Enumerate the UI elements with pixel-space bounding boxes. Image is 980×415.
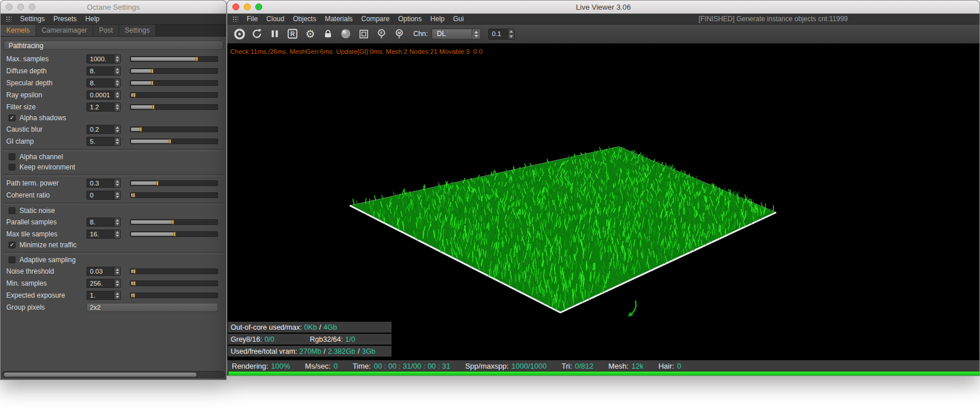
slider-path-term-power[interactable] [130,180,218,186]
viewer-titlebar[interactable]: Live Viewer 3.06 [227,1,979,14]
slider-gi-clamp[interactable] [130,139,218,144]
minimize-button[interactable] [244,3,251,10]
render-viewport[interactable]: Check:11ms./26ms. MeshGen:6ms. Update[GI… [227,44,980,360]
render-region-frame-button[interactable] [357,27,370,41]
value-field-specular-depth[interactable]: 8. [86,78,121,88]
region-render-button[interactable]: R [286,27,299,41]
value-field-group-pixels[interactable]: 2x2 [86,303,218,312]
value-stepper[interactable] [114,137,120,145]
menu-item-options[interactable]: Options [398,15,421,23]
material-ball-button[interactable] [339,27,353,41]
pick-material-button[interactable]: M [392,27,406,41]
value-field-caustic-blur[interactable]: 0.2 [86,125,121,134]
slider-knob[interactable] [172,220,174,224]
tab-cameraimager[interactable]: Cameraimager [36,25,93,36]
value-stepper[interactable] [114,67,120,75]
menu-item-materials[interactable]: Materials [325,15,353,23]
tab-post[interactable]: Post [93,25,119,36]
value-stepper[interactable] [114,267,120,275]
slider-knob[interactable] [156,181,159,185]
slider-knob[interactable] [173,232,176,236]
checkbox-keep-environment[interactable] [9,164,15,171]
value-stepper[interactable] [114,218,120,226]
slider-diffuse-depth[interactable] [130,68,218,74]
slider-knob[interactable] [133,193,135,197]
slider-ray-epsilon[interactable] [130,92,218,98]
value-field-min-samples[interactable]: 256. [86,279,121,288]
value-field-max-tile-samples[interactable]: 16. [86,230,121,239]
slider-specular-depth[interactable] [130,80,218,86]
scale-stepper[interactable] [508,29,514,39]
menu-item-compare[interactable]: Compare [361,15,389,23]
value-field-filter-size[interactable]: 1.2 [86,102,121,112]
restart-render-button[interactable] [232,27,246,41]
pick-focus-button[interactable]: F [374,27,388,41]
channel-select[interactable]: DL [432,29,481,39]
scrollbar-thumb[interactable] [4,373,196,377]
value-field-max-samples[interactable]: 1000. [86,54,121,64]
menu-item-objects[interactable]: Objects [293,15,317,23]
zoom-button[interactable] [255,3,262,10]
value-field-gi-clamp[interactable]: 5. [86,137,121,146]
slider-knob[interactable] [152,105,155,109]
slider-knob[interactable] [133,269,136,274]
pause-render-button[interactable] [268,27,282,41]
value-field-noise-threshold[interactable]: 0.03 [86,267,121,276]
slider-min-samples[interactable] [130,280,218,286]
slider-caustic-blur[interactable] [130,127,218,132]
value-field-expected-exposure[interactable]: 1. [86,291,121,300]
value-stepper[interactable] [114,230,120,238]
checkbox-minimize-net-traffic[interactable]: ✓ [9,242,15,248]
value-stepper[interactable] [114,55,120,63]
lock-resolution-button[interactable] [321,27,335,41]
slider-knob[interactable] [151,81,153,85]
value-stepper[interactable] [114,291,120,299]
value-field-path-term-power[interactable]: 0.3 [86,179,121,188]
checkbox-alpha-shadows[interactable]: ✓ [9,114,15,121]
menu-item-settings[interactable]: Settings [20,15,45,23]
value-stepper[interactable] [114,79,120,87]
slider-knob[interactable] [151,69,153,73]
checkbox-static-noise[interactable] [9,207,15,214]
slider-noise-threshold[interactable] [130,268,218,274]
menu-item-file[interactable]: File [247,15,258,23]
tab-settings[interactable]: Settings [119,25,156,36]
slider-knob[interactable] [133,293,135,298]
value-field-ray-epsilon[interactable]: 0.0001 [86,90,121,100]
close-button[interactable] [232,3,239,10]
value-stepper[interactable] [114,191,120,199]
slider-knob[interactable] [140,127,142,132]
menu-item-help[interactable]: Help [85,15,100,23]
section-header-pathtracing[interactable]: Pathtracing [3,41,223,50]
menu-item-cloud[interactable]: Cloud [266,15,284,23]
checkbox-alpha-channel[interactable] [9,153,15,160]
menu-item-presets[interactable]: Presets [53,15,77,23]
tab-kernels[interactable]: Kernels [1,25,36,36]
slider-coherent-ratio[interactable] [130,192,218,198]
minimize-button[interactable] [17,3,24,10]
slider-parallel-samples[interactable] [130,219,218,225]
slider-filter-size[interactable] [130,104,218,110]
horizontal-scrollbar[interactable] [2,371,225,378]
slider-knob[interactable] [133,281,136,286]
value-field-parallel-samples[interactable]: 8. [86,218,121,227]
reset-render-button[interactable] [250,27,264,41]
value-field-diffuse-depth[interactable]: 8. [86,66,121,76]
menu-item-gui[interactable]: Gui [453,15,464,23]
slider-expected-exposure[interactable] [130,293,218,298]
resolution-scale-field[interactable]: 0.1 [488,29,515,39]
slider-max-samples[interactable] [130,56,218,62]
zoom-button[interactable] [29,3,35,10]
slider-knob[interactable] [169,139,171,144]
value-stepper[interactable] [114,125,120,133]
slider-knob[interactable] [196,57,198,61]
octane-titlebar[interactable]: Octane Settings [1,1,226,14]
close-button[interactable] [6,3,13,10]
value-stepper[interactable] [114,103,120,111]
menu-item-help[interactable]: Help [430,15,445,23]
checkbox-adaptive-sampling[interactable] [9,256,15,263]
value-stepper[interactable] [114,279,120,287]
settings-button[interactable]: ⚙ [303,27,317,41]
value-stepper[interactable] [114,179,120,187]
slider-max-tile-samples[interactable] [130,231,218,237]
